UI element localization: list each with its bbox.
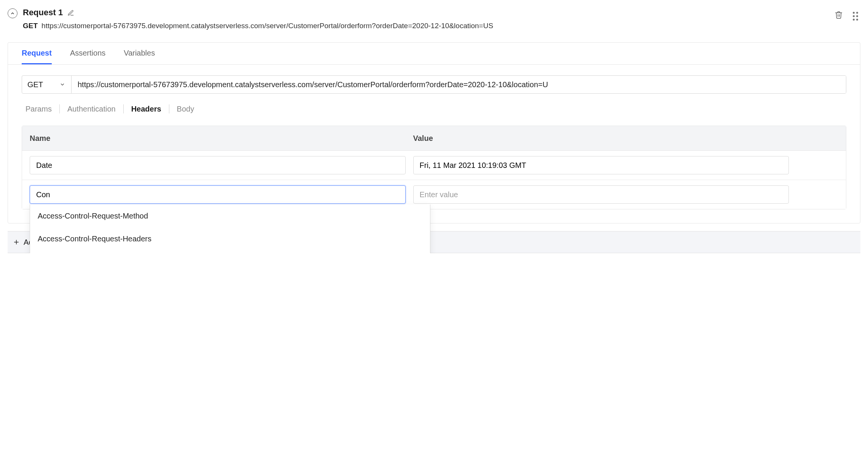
- header-name-input-editing[interactable]: [30, 185, 406, 204]
- tab-assertions[interactable]: Assertions: [70, 43, 105, 64]
- subtab-authentication[interactable]: Authentication: [60, 104, 123, 114]
- headers-table: Name Value Access-Control-R: [22, 126, 846, 209]
- subtab-params[interactable]: Params: [22, 104, 59, 114]
- edit-title-icon[interactable]: [67, 9, 74, 16]
- column-value: Value: [413, 133, 797, 144]
- chevron-down-icon: [60, 82, 65, 87]
- plus-icon: [13, 239, 20, 246]
- subtab-body[interactable]: Body: [169, 104, 202, 114]
- header-value-input[interactable]: [413, 156, 789, 174]
- request-card: Request Assertions Variables GET Params …: [8, 42, 860, 223]
- collapse-toggle[interactable]: [8, 8, 18, 18]
- url-input[interactable]: [72, 76, 846, 93]
- autocomplete-item[interactable]: Access-Control-Request-Method: [30, 204, 430, 227]
- header-value-input-editing[interactable]: [413, 185, 789, 204]
- tab-request[interactable]: Request: [22, 43, 52, 64]
- subtab-headers[interactable]: Headers: [124, 104, 169, 114]
- method-select-value: GET: [27, 79, 43, 90]
- autocomplete-item[interactable]: Access-Control-Request-Headers: [30, 227, 430, 250]
- table-row: Access-Control-Request-Method Access-Con…: [22, 180, 846, 209]
- table-row: [22, 151, 846, 180]
- autocomplete-dropdown: Access-Control-Request-Method Access-Con…: [30, 204, 430, 253]
- url-label: https://customerportal-57673975.developm…: [41, 21, 493, 31]
- request-title: Request 1: [23, 7, 63, 19]
- delete-icon[interactable]: [835, 11, 843, 22]
- column-name: Name: [30, 133, 413, 144]
- autocomplete-item[interactable]: Cache-Control: [30, 250, 430, 253]
- drag-handle-icon[interactable]: [853, 12, 858, 21]
- method-select[interactable]: GET: [22, 76, 72, 93]
- tab-variables[interactable]: Variables: [124, 43, 155, 64]
- header-name-input[interactable]: [30, 156, 406, 174]
- method-label: GET: [23, 21, 38, 31]
